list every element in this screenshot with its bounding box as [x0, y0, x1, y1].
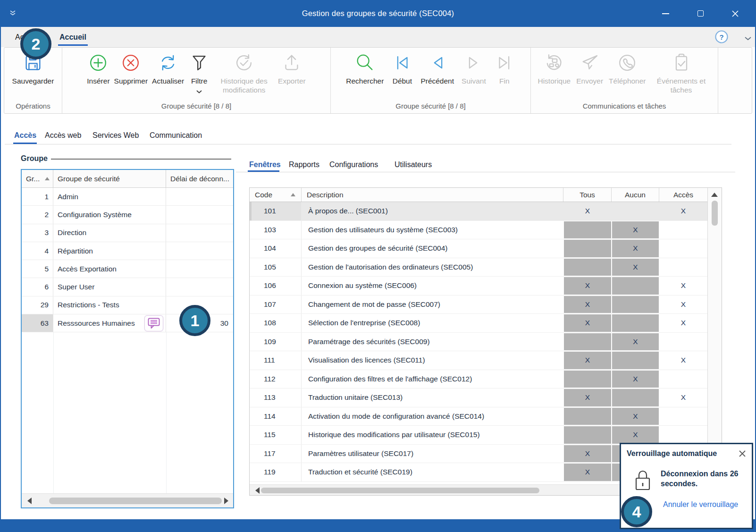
aucun-cell[interactable]: [612, 351, 659, 370]
aucun-cell[interactable]: X: [612, 221, 659, 239]
tous-cell[interactable]: [563, 426, 612, 444]
window-access-row[interactable]: 115Historique des modifications par util…: [250, 426, 707, 445]
scroll-left-button[interactable]: [27, 498, 32, 504]
detail-tab-fenetres[interactable]: Fenêtres: [249, 160, 281, 170]
acces-cell[interactable]: X: [659, 277, 707, 295]
cancel-lock-link[interactable]: Annuler le verrouillage: [663, 500, 738, 509]
group-row[interactable]: 4Répartition: [22, 242, 233, 260]
aucun-cell[interactable]: [612, 388, 659, 407]
window-access-row[interactable]: 105Gestion de l'autorisation des ordinat…: [250, 258, 707, 277]
tab-accueil[interactable]: Accueil: [59, 27, 86, 47]
aucun-cell[interactable]: X: [612, 258, 659, 277]
group-row[interactable]: 6Super User: [22, 278, 233, 296]
window-access-row[interactable]: 104Gestion des groupes de sécurité (SEC0…: [250, 239, 707, 258]
aucun-cell[interactable]: [612, 296, 659, 314]
aucun-cell[interactable]: X: [612, 426, 659, 444]
page-tab-services-web[interactable]: Services Web: [92, 129, 139, 142]
scrollbar-thumb[interactable]: [49, 498, 222, 504]
acces-cell[interactable]: X: [659, 351, 707, 370]
window-access-row[interactable]: 103Gestion des utilisateurs du système (…: [250, 221, 707, 240]
acces-cell[interactable]: X: [659, 202, 707, 220]
page-tab-acces-web[interactable]: Accès web: [45, 129, 81, 142]
acces-cell[interactable]: [659, 258, 707, 277]
aucun-cell[interactable]: [612, 202, 659, 220]
column-header-delai[interactable]: Délai de déconn...: [166, 170, 233, 187]
scrollbar-thumb[interactable]: [712, 201, 718, 226]
window-access-row[interactable]: 111Visualisation des licences (SEC011)XX: [250, 351, 707, 370]
acces-cell[interactable]: [659, 221, 707, 239]
tous-cell[interactable]: [563, 239, 612, 258]
comment-icon[interactable]: [144, 315, 163, 331]
aucun-cell[interactable]: X: [612, 239, 659, 258]
first-record-button[interactable]: Début: [391, 52, 413, 85]
tous-cell[interactable]: X: [563, 296, 612, 314]
h-scrollbar[interactable]: [22, 493, 233, 507]
aucun-cell[interactable]: [612, 277, 659, 295]
page-tab-communication[interactable]: Communication: [150, 129, 202, 142]
column-header-acces[interactable]: Accès: [659, 188, 707, 202]
window-access-row[interactable]: 114Activation du mode de configuration a…: [250, 407, 707, 426]
aucun-cell[interactable]: X: [612, 333, 659, 351]
close-icon[interactable]: [738, 449, 747, 458]
window-access-row[interactable]: 113Traduction unitaire (SEC013)XX: [250, 388, 707, 407]
collapse-ribbon-chevron-icon[interactable]: [744, 34, 752, 43]
tous-cell[interactable]: [563, 258, 612, 277]
acces-cell[interactable]: X: [659, 296, 707, 314]
aucun-cell[interactable]: [612, 314, 659, 332]
window-access-row[interactable]: 106Connexion au système (SEC006)XX: [250, 277, 707, 296]
column-header-gr[interactable]: Gr...: [22, 170, 53, 187]
previous-record-button[interactable]: Précédent: [420, 52, 454, 85]
acces-cell[interactable]: [659, 370, 707, 388]
tous-cell[interactable]: X: [563, 463, 612, 481]
tous-cell[interactable]: X: [563, 445, 612, 463]
window-close-button[interactable]: [724, 0, 746, 27]
delete-button[interactable]: Supprimer: [114, 52, 148, 85]
group-row[interactable]: 3Direction: [22, 224, 233, 242]
tous-cell[interactable]: X: [563, 388, 612, 407]
acces-cell[interactable]: X: [659, 314, 707, 332]
window-access-row[interactable]: 101À propos de... (SEC001)XX: [250, 202, 707, 221]
scroll-right-button[interactable]: [224, 498, 228, 504]
tous-cell[interactable]: X: [563, 351, 612, 370]
tous-cell[interactable]: [563, 333, 612, 351]
window-access-row[interactable]: 109Paramétrage des sécurités (SEC009)X: [250, 333, 707, 352]
search-button[interactable]: Rechercher: [346, 52, 384, 85]
page-tab-acces[interactable]: Accès: [14, 129, 36, 142]
window-access-row[interactable]: 112Configuration des filtres et de l'aff…: [250, 370, 707, 389]
window-access-row[interactable]: 107Changement de mot de passe (SEC007)XX: [250, 296, 707, 314]
group-row[interactable]: 1Admin: [22, 188, 233, 206]
acces-cell[interactable]: [659, 239, 707, 258]
column-header-description[interactable]: Description: [302, 188, 563, 202]
column-header-tous[interactable]: Tous: [563, 188, 612, 202]
tous-cell[interactable]: X: [563, 202, 612, 220]
acces-cell[interactable]: X: [659, 388, 707, 407]
window-access-row[interactable]: 108Sélection de l'entreprise (SEC008)XX: [250, 314, 707, 333]
window-minimize-button[interactable]: [655, 0, 676, 27]
scroll-up-button[interactable]: [711, 193, 718, 197]
scroll-left-button[interactable]: [255, 487, 260, 494]
acces-cell[interactable]: [659, 333, 707, 351]
tous-cell[interactable]: [563, 370, 612, 388]
group-row[interactable]: 5Accès Exportation: [22, 260, 233, 278]
tous-cell[interactable]: X: [563, 314, 612, 332]
scrollbar-thumb[interactable]: [261, 488, 539, 493]
acces-cell[interactable]: [659, 426, 707, 444]
tous-cell[interactable]: [563, 221, 612, 239]
filter-button[interactable]: Filtre: [188, 52, 210, 95]
refresh-button[interactable]: Actualiser: [152, 52, 184, 85]
tous-cell[interactable]: X: [563, 277, 612, 295]
help-icon[interactable]: ?: [714, 29, 729, 44]
group-row[interactable]: 2Configuration Système: [22, 206, 233, 224]
aucun-cell[interactable]: X: [612, 407, 659, 426]
detail-tab-utilisateurs[interactable]: Utilisateurs: [395, 160, 432, 170]
aucun-cell[interactable]: X: [612, 370, 659, 388]
detail-tab-rapports[interactable]: Rapports: [289, 160, 319, 170]
column-header-code[interactable]: Code: [250, 188, 302, 202]
insert-button[interactable]: Insérer: [87, 52, 109, 85]
window-maximize-button[interactable]: [689, 0, 711, 27]
column-header-groupe-de-securite[interactable]: Groupe de sécurité: [53, 170, 166, 187]
column-header-aucun[interactable]: Aucun: [612, 188, 659, 202]
tous-cell[interactable]: [563, 407, 612, 426]
acces-cell[interactable]: [659, 407, 707, 426]
detail-tab-configurations[interactable]: Configurations: [329, 160, 378, 170]
